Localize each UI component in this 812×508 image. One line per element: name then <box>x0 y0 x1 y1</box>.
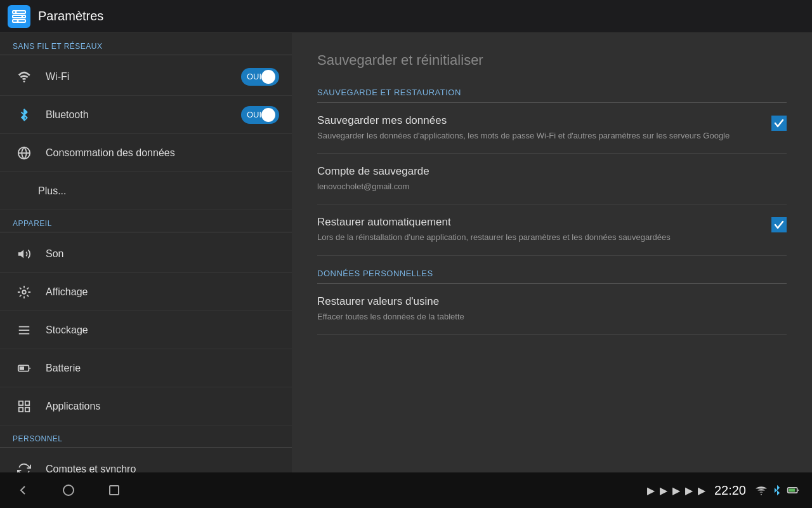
svg-rect-17 <box>19 401 23 404</box>
page-title: Paramètres <box>38 9 103 23</box>
sidebar-item-comptes[interactable]: Comptes et synchro <box>0 450 292 472</box>
batterie-label: Batterie <box>46 363 81 374</box>
sauvegarder-checkbox[interactable] <box>771 116 787 131</box>
wifi-status-icon <box>755 484 768 497</box>
svg-rect-18 <box>25 401 29 404</box>
divider-appareil <box>0 232 292 232</box>
applications-label: Applications <box>46 401 100 412</box>
affichage-label: Affichage <box>46 286 88 298</box>
home-button[interactable] <box>58 480 79 500</box>
title-bar: Paramètres <box>0 0 812 33</box>
content-item-compte-title: Compte de sauvegarde <box>317 165 774 178</box>
time-display: 22:20 <box>714 483 746 498</box>
status-area: ▶ ▶ ▶ ▶ ▶ 22:20 <box>647 483 799 498</box>
svg-rect-24 <box>110 486 119 495</box>
recents-button[interactable] <box>104 480 124 500</box>
content-item-restaurer-usine-text: Restaurer valeurs d'usine Effacer toutes… <box>317 295 787 323</box>
sidebar-item-data[interactable]: Consommation des données <box>0 134 292 172</box>
divider-personnel <box>0 447 292 448</box>
sidebar-item-wifi[interactable]: Wi-Fi OUI <box>0 58 292 96</box>
bluetooth-icon <box>13 104 36 126</box>
sidebar-item-plus[interactable]: Plus... <box>0 172 292 210</box>
content-item-sauvegarder-title: Sauvegarder mes données <box>317 114 759 127</box>
svg-rect-2 <box>13 20 25 22</box>
svg-rect-0 <box>13 11 25 13</box>
battery-status-icon <box>787 484 799 497</box>
section-header-personnel: PERSONNEL <box>0 425 292 447</box>
sidebar-item-applications[interactable]: Applications <box>0 387 292 425</box>
svg-rect-27 <box>789 489 795 492</box>
wifi-toggle-knob <box>261 70 275 84</box>
sidebar-item-bluetooth[interactable]: Bluetooth OUI <box>0 96 292 134</box>
content-item-sauvegarder[interactable]: Sauvegarder mes données Sauvegarder les … <box>317 103 787 154</box>
content-item-sauvegarder-subtitle: Sauvegarder les données d'applications, … <box>317 130 759 142</box>
svg-point-25 <box>761 494 762 495</box>
apps-icon <box>13 395 36 418</box>
back-button[interactable] <box>13 480 33 500</box>
svg-point-4 <box>22 15 23 17</box>
svg-rect-1 <box>13 15 25 18</box>
content-item-restaurer-usine[interactable]: Restaurer valeurs d'usine Effacer toutes… <box>317 284 787 335</box>
media-icon-4: ▶ <box>685 485 693 497</box>
restaurer-auto-checkbox[interactable] <box>771 217 787 232</box>
content-item-restaurer-auto-title: Restaurer automatiquement <box>317 216 759 229</box>
content-section-donnees: DONNÉES PERSONNELLES <box>317 262 787 284</box>
content-item-restaurer-usine-subtitle: Effacer toutes les données de la tablett… <box>317 311 774 323</box>
storage-icon <box>13 319 36 342</box>
son-label: Son <box>46 248 63 260</box>
svg-point-23 <box>63 485 74 495</box>
content-item-restaurer-auto[interactable]: Restaurer automatiquement Lors de la réi… <box>317 204 787 255</box>
svg-point-11 <box>22 290 26 294</box>
sidebar-item-affichage[interactable]: Affichage <box>0 273 292 311</box>
content-item-compte-subtitle: lenovocholet@gmail.com <box>317 181 774 192</box>
bluetooth-label: Bluetooth <box>46 109 89 121</box>
content-title: Sauvegarder et réinitialiser <box>317 52 787 69</box>
content-panel: Sauvegarder et réinitialiser SAUVEGARDE … <box>292 33 812 472</box>
wifi-label: Wi-Fi <box>46 71 69 83</box>
sidebar-item-son[interactable]: Son <box>0 235 292 273</box>
comptes-label: Comptes et synchro <box>46 464 136 473</box>
sync-icon <box>13 458 36 473</box>
bluetooth-toggle-knob <box>261 108 275 122</box>
content-item-compte-text: Compte de sauvegarde lenovocholet@gmail.… <box>317 165 787 192</box>
bluetooth-toggle[interactable]: OUI <box>241 106 279 124</box>
display-icon <box>13 281 36 304</box>
stockage-label: Stockage <box>46 324 88 336</box>
media-icon-1: ▶ <box>647 485 655 497</box>
svg-rect-16 <box>20 366 24 370</box>
sidebar-item-batterie[interactable]: Batterie <box>0 349 292 387</box>
content-item-compte[interactable]: Compte de sauvegarde lenovocholet@gmail.… <box>317 154 787 204</box>
svg-point-5 <box>17 20 19 22</box>
content-item-sauvegarder-text: Sauvegarder mes données Sauvegarder les … <box>317 114 771 142</box>
svg-point-6 <box>23 80 25 82</box>
main-layout: SANS FIL ET RÉSEAUX Wi-Fi OUI <box>0 33 812 472</box>
app-icon <box>8 5 30 28</box>
wifi-icon <box>13 65 36 88</box>
connectivity-icons <box>755 484 799 497</box>
bluetooth-status-icon <box>771 485 783 496</box>
svg-marker-10 <box>18 250 23 258</box>
data-label: Consommation des données <box>46 147 175 159</box>
content-section-sauvegarde: SAUVEGARDE ET RESTAURATION <box>317 81 787 103</box>
bottom-bar: ▶ ▶ ▶ ▶ ▶ 22:20 <box>0 472 812 508</box>
content-item-restaurer-auto-subtitle: Lors de la réinstallation d'une applicat… <box>317 232 759 243</box>
content-item-restaurer-usine-title: Restaurer valeurs d'usine <box>317 295 774 308</box>
section-header-appareil: APPAREIL <box>0 210 292 232</box>
media-icon-5: ▶ <box>698 485 705 497</box>
battery-icon <box>13 357 36 380</box>
bluetooth-toggle-label: OUI <box>247 110 261 119</box>
svg-rect-19 <box>19 407 23 411</box>
media-icon-2: ▶ <box>660 485 667 497</box>
svg-point-3 <box>15 11 17 13</box>
plus-label: Plus... <box>38 185 66 197</box>
content-item-restaurer-auto-text: Restaurer automatiquement Lors de la réi… <box>317 216 771 243</box>
media-icon-3: ▶ <box>672 485 680 497</box>
sidebar-item-stockage[interactable]: Stockage <box>0 311 292 349</box>
divider-sans-fil <box>0 55 292 55</box>
sound-icon <box>13 243 36 265</box>
media-icons: ▶ ▶ ▶ ▶ ▶ <box>647 485 705 497</box>
svg-rect-20 <box>25 407 29 411</box>
section-header-sans-fil: SANS FIL ET RÉSEAUX <box>0 33 292 55</box>
wifi-toggle[interactable]: OUI <box>241 68 279 86</box>
sidebar: SANS FIL ET RÉSEAUX Wi-Fi OUI <box>0 33 292 472</box>
